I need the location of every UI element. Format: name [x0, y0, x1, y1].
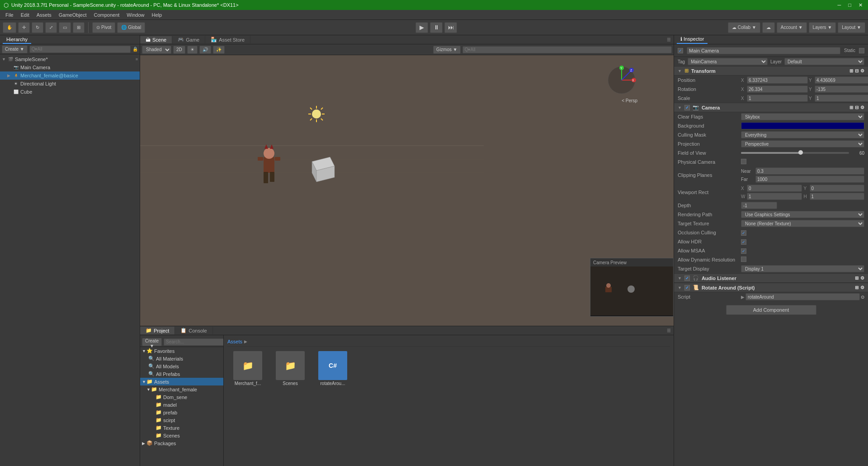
gizmos-button[interactable]: Gizmos ▼: [433, 46, 461, 54]
target-display-dropdown[interactable]: Display 1: [741, 265, 864, 272]
object-enabled-checkbox[interactable]: [678, 48, 683, 53]
transform-section-header[interactable]: ▼ ⊞ Transform ⊞ ⊟ ⚙: [674, 66, 868, 76]
occlusion-checkbox[interactable]: [741, 230, 746, 236]
depth-field[interactable]: [741, 202, 777, 209]
rotate-tool-button[interactable]: ↻: [32, 22, 43, 33]
step-button[interactable]: ⏭: [444, 22, 457, 33]
rotate-enabled-checkbox[interactable]: [684, 285, 690, 290]
camera-enabled-checkbox[interactable]: [684, 105, 690, 110]
play-button[interactable]: ▶: [415, 22, 428, 33]
vp-x-field[interactable]: [747, 185, 802, 192]
hierarchy-item-dir-light[interactable]: ☀ Directional Light: [0, 80, 140, 88]
rotate-around-section[interactable]: ▼ 📜 Rotate Around (Script) ⊞ ⚙: [674, 283, 868, 292]
texture-folder[interactable]: 📁 Texture: [140, 424, 223, 432]
rect-tool-button[interactable]: ▭: [59, 22, 71, 33]
tag-dropdown[interactable]: MainCamera: [688, 58, 768, 65]
rotate-menu-icon[interactable]: ⚙: [860, 285, 864, 290]
pivot-button[interactable]: ⊙ Pivot: [92, 22, 115, 33]
audio-menu-icon[interactable]: ⚙: [860, 276, 864, 281]
transform-tool-button[interactable]: ⊞: [73, 22, 85, 33]
camera-copy-icon[interactable]: ⊞: [849, 105, 853, 110]
madel-folder[interactable]: 📁 madel: [140, 401, 223, 409]
cloud-button[interactable]: ☁: [762, 22, 775, 33]
project-create-button[interactable]: Create ▼: [142, 338, 162, 346]
shading-dropdown[interactable]: Shaded: [142, 46, 171, 54]
pos-y-field[interactable]: [815, 76, 868, 84]
move-tool-button[interactable]: ✛: [18, 22, 30, 33]
menu-component[interactable]: Component: [90, 11, 123, 19]
all-models-item[interactable]: 🔍 All Models: [140, 362, 223, 370]
script-field[interactable]: [745, 293, 860, 300]
pos-x-field[interactable]: [747, 76, 808, 84]
lighting-button[interactable]: ☀: [187, 46, 198, 54]
minimize-button[interactable]: ─: [836, 2, 843, 8]
add-component-button[interactable]: Add Component: [726, 305, 816, 315]
maximize-button[interactable]: □: [846, 2, 853, 8]
camera-section-header[interactable]: ▼ 📷 Camera ⊞ ⊟ ⚙: [674, 103, 868, 112]
script-select-icon[interactable]: ⊙: [861, 295, 864, 300]
menu-file[interactable]: File: [2, 11, 17, 19]
object-name-field[interactable]: [687, 47, 840, 54]
scene-search-input[interactable]: [462, 46, 672, 53]
packages-folder[interactable]: ▶ 📦 Packages: [140, 439, 223, 447]
menu-edit[interactable]: Edit: [17, 11, 33, 19]
script-folder[interactable]: 📁 scirpt: [140, 416, 223, 424]
account-button[interactable]: Account ▼: [777, 22, 807, 33]
asset-item-scenes[interactable]: 📁 Scenes: [270, 349, 311, 388]
asset-item-script[interactable]: C# rotateArou...: [312, 349, 353, 388]
all-materials-item[interactable]: 🔍 All Materials: [140, 355, 223, 362]
audio-enabled-checkbox[interactable]: [684, 276, 690, 281]
physical-camera-checkbox[interactable]: [741, 159, 746, 164]
near-field[interactable]: [755, 167, 864, 175]
scale-tool-button[interactable]: ⤢: [45, 22, 57, 33]
assets-root-folder[interactable]: ▼ 📁 Assets: [140, 378, 223, 385]
background-color-swatch[interactable]: [741, 122, 864, 129]
project-search-input[interactable]: [164, 338, 224, 346]
hdr-checkbox[interactable]: [741, 239, 746, 245]
close-button[interactable]: ✕: [857, 2, 864, 8]
menu-help[interactable]: Help: [148, 11, 165, 19]
rotate-copy-icon[interactable]: ⊞: [855, 285, 859, 290]
tab-console[interactable]: 📋 Console: [175, 327, 212, 334]
transform-copy-icon[interactable]: ⊞: [849, 68, 853, 73]
camera-menu-icon[interactable]: ⚙: [860, 105, 864, 110]
assets-breadcrumb-label[interactable]: Assets: [227, 339, 242, 344]
rendering-path-dropdown[interactable]: Use Graphics Settings: [741, 211, 864, 218]
scenes-folder[interactable]: 📁 Scenes: [140, 432, 223, 439]
2d-button[interactable]: 2D: [173, 46, 185, 54]
scale-x-field[interactable]: [747, 95, 808, 102]
hierarchy-scene-root[interactable]: ▼ 🎬 SampleScene* ≡: [0, 55, 140, 63]
hierarchy-item-main-camera[interactable]: 📷 Main Camera: [0, 63, 140, 71]
fov-slider-track[interactable]: [741, 152, 849, 154]
vp-w-field[interactable]: [747, 193, 802, 200]
tab-game[interactable]: 🎮 Game: [172, 36, 205, 43]
camera-paste-icon[interactable]: ⊟: [855, 105, 859, 110]
static-checkbox[interactable]: [859, 48, 864, 53]
msaa-checkbox[interactable]: [741, 248, 746, 254]
transform-paste-icon[interactable]: ⊟: [855, 68, 859, 73]
bottom-panel-menu[interactable]: ☰: [664, 327, 674, 334]
menu-window[interactable]: Window: [123, 11, 148, 19]
vp-y-field[interactable]: [810, 185, 865, 192]
favorites-folder[interactable]: ▼ ⭐ Favorites: [140, 347, 223, 355]
tab-project[interactable]: 📁 Project: [140, 327, 175, 334]
scene-menu-icon[interactable]: ≡: [136, 57, 138, 62]
transform-menu-icon[interactable]: ⚙: [860, 68, 864, 73]
global-button[interactable]: 🌐 Global: [117, 22, 145, 33]
inspector-tab[interactable]: ℹ Inspector: [677, 35, 708, 44]
layout-button[interactable]: Layout ▼: [838, 22, 865, 33]
hierarchy-search-input[interactable]: [29, 46, 131, 53]
audio-button[interactable]: 🔊: [199, 46, 211, 54]
scene-viewport[interactable]: X Y Z < Persp Camera Preview: [140, 55, 674, 326]
scale-y-field[interactable]: [815, 95, 868, 102]
audio-copy-icon[interactable]: ⊞: [855, 276, 859, 281]
far-field[interactable]: [755, 176, 864, 183]
fx-button[interactable]: ✨: [213, 46, 225, 54]
rot-y-field[interactable]: [815, 86, 868, 93]
collab-button[interactable]: ☁ Collab ▼: [728, 22, 760, 33]
hierarchy-item-cube[interactable]: ⬜ Cube: [0, 88, 140, 96]
tab-scene[interactable]: 🏔 Scene: [140, 36, 172, 43]
culling-mask-dropdown[interactable]: Everything: [741, 131, 864, 138]
audio-listener-section[interactable]: ▼ 🎧 Audio Listener ⊞ ⚙: [674, 273, 868, 283]
layers-button[interactable]: Layers ▼: [809, 22, 836, 33]
